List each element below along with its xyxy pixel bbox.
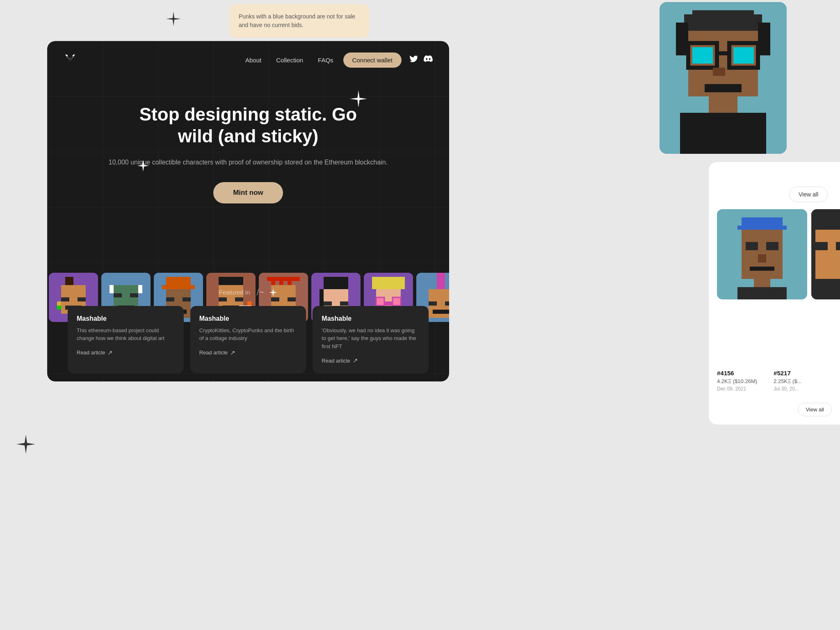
logo-icon bbox=[64, 53, 77, 64]
sparkle-icon-4 bbox=[269, 288, 277, 297]
navbar: About Collection FAQs Connect wallet bbox=[47, 41, 449, 79]
featured-label: Featured in /~ bbox=[47, 287, 449, 298]
svg-rect-88 bbox=[815, 230, 840, 279]
view-all-bottom-button[interactable]: View all bbox=[798, 403, 832, 416]
featured-cards: Mashable This ethereum-based project cou… bbox=[47, 306, 449, 374]
large-nft-image bbox=[660, 2, 787, 154]
hero-subtitle: 10,000 unique collectible characters wit… bbox=[64, 157, 433, 168]
star-decoration-bottom-left bbox=[16, 435, 35, 455]
notification-text: Punks with a blue background are not for… bbox=[239, 12, 360, 30]
svg-rect-90 bbox=[836, 242, 840, 250]
article-card-3: Mashable 'Obviously, we had no idea it w… bbox=[313, 306, 429, 374]
large-nft-svg bbox=[660, 2, 787, 154]
nft-info: #4156 4.2KΞ ($10.26M) Dec 09, 2021 #5217… bbox=[717, 370, 840, 392]
arrow-icon-3: ↗ bbox=[353, 357, 358, 364]
featured-section: Featured in /~ Mashable This ethereum-ba… bbox=[47, 287, 449, 374]
article-source-3: Mashable bbox=[322, 315, 420, 322]
hero-title: Stop designing static. Go wild (and stic… bbox=[125, 104, 371, 147]
sparkle-icon-bottom bbox=[16, 435, 35, 454]
nft-date-2: Jul 30, 20... bbox=[774, 386, 801, 392]
discord-logo-icon bbox=[424, 55, 433, 63]
svg-rect-12 bbox=[705, 84, 742, 92]
svg-rect-38 bbox=[219, 277, 243, 285]
right-nft-partial-svg bbox=[811, 209, 840, 299]
article-source-2: Mashable bbox=[199, 315, 297, 322]
read-article-link-3[interactable]: Read article ↗ bbox=[322, 357, 420, 364]
article-text-2: CryptoKitties, CryptoPunks and the birth… bbox=[199, 326, 297, 342]
right-nft-main bbox=[717, 209, 807, 299]
right-panel: View all bbox=[709, 162, 840, 425]
arrow-icon-2: ↗ bbox=[230, 349, 235, 356]
logo bbox=[64, 53, 77, 67]
svg-rect-89 bbox=[815, 242, 828, 250]
svg-rect-84 bbox=[750, 267, 774, 271]
article-source-1: Mashable bbox=[77, 315, 175, 322]
svg-rect-11 bbox=[713, 68, 725, 76]
nav-links: About Collection FAQs bbox=[245, 57, 333, 64]
nft-price-1: 4.2KΞ ($10.26M) bbox=[717, 378, 757, 384]
sparkle-icon-1 bbox=[166, 11, 181, 26]
svg-rect-79 bbox=[737, 226, 787, 230]
svg-rect-6 bbox=[692, 47, 713, 64]
nft-info-item-2: #5217 2.25KΞ ($... Jul 30, 20... bbox=[774, 370, 801, 392]
read-article-link-1[interactable]: Read article ↗ bbox=[77, 349, 175, 356]
main-card: About Collection FAQs Connect wallet Sto… bbox=[47, 41, 449, 381]
nft-id-2: #5217 bbox=[774, 370, 801, 377]
mint-now-button[interactable]: Mint now bbox=[213, 182, 283, 203]
svg-rect-86 bbox=[737, 287, 787, 299]
hero-section: Stop designing static. Go wild (and stic… bbox=[47, 79, 449, 220]
read-article-link-2[interactable]: Read article ↗ bbox=[199, 349, 297, 356]
twitter-bird-icon bbox=[410, 55, 418, 63]
nft-info-item-1: #4156 4.2KΞ ($10.26M) Dec 09, 2021 bbox=[717, 370, 757, 392]
connect-wallet-button[interactable]: Connect wallet bbox=[343, 52, 402, 68]
discord-icon[interactable] bbox=[424, 55, 433, 65]
svg-rect-2 bbox=[684, 14, 762, 31]
svg-rect-82 bbox=[766, 242, 778, 250]
hero-content: Stop designing static. Go wild (and stic… bbox=[64, 104, 433, 203]
right-nft-main-svg bbox=[717, 209, 807, 299]
article-card-1: Mashable This ethereum-based project cou… bbox=[68, 306, 184, 374]
article-text-1: This ethereum-based project could change… bbox=[77, 326, 175, 342]
arrow-icon-1: ↗ bbox=[107, 349, 113, 356]
svg-rect-7 bbox=[733, 47, 754, 64]
notification-card: Punks with a blue background are not for… bbox=[230, 4, 369, 38]
svg-rect-81 bbox=[746, 242, 758, 250]
nav-collection[interactable]: Collection bbox=[276, 57, 303, 64]
squiggle-decoration: /~ bbox=[256, 287, 264, 298]
article-text-3: 'Obviously, we had no idea it was going … bbox=[322, 326, 420, 351]
nft-id-1: #4156 bbox=[717, 370, 757, 377]
nav-about[interactable]: About bbox=[245, 57, 261, 64]
nft-price-2: 2.25KΞ ($... bbox=[774, 378, 801, 384]
nav-faqs[interactable]: FAQs bbox=[318, 57, 333, 64]
twitter-icon[interactable] bbox=[410, 55, 418, 65]
article-card-2: Mashable CryptoKitties, CryptoPunks and … bbox=[190, 306, 306, 374]
star-decoration-1 bbox=[166, 11, 181, 30]
social-icons bbox=[410, 55, 433, 65]
view-all-button[interactable]: View all bbox=[789, 187, 828, 202]
nft-date-1: Dec 09, 2021 bbox=[717, 386, 757, 392]
svg-rect-10 bbox=[717, 51, 729, 55]
svg-rect-14 bbox=[680, 113, 766, 154]
svg-rect-83 bbox=[758, 254, 766, 262]
right-nft-partial bbox=[811, 209, 840, 299]
